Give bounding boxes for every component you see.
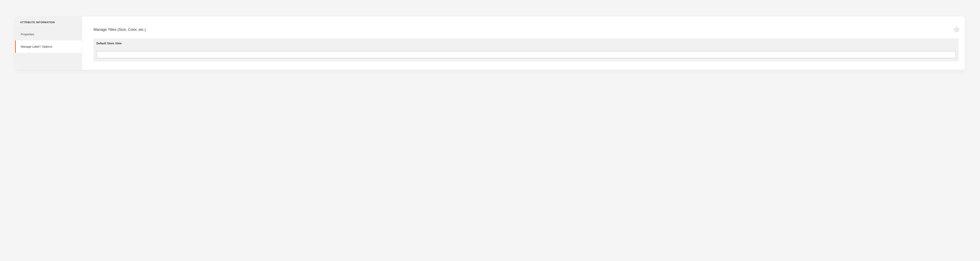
section-title: Manage Titles (Size, Color, etc.) <box>94 27 146 32</box>
sidebar-item-properties[interactable]: Properties <box>15 28 82 40</box>
sidebar: ATTRIBUTE INFORMATION Properties Manage … <box>15 16 82 70</box>
store-view-field-body <box>94 48 959 61</box>
chevron-up-icon <box>956 29 958 30</box>
default-store-view-input[interactable] <box>96 51 956 58</box>
sidebar-title: ATTRIBUTE INFORMATION <box>15 16 82 28</box>
collapse-toggle[interactable] <box>955 28 959 32</box>
section-header: Manage Titles (Size, Color, etc.) <box>94 27 959 32</box>
attribute-card: ATTRIBUTE INFORMATION Properties Manage … <box>15 16 965 70</box>
sidebar-item-manage-label-options[interactable]: Manage Label / Options <box>15 40 82 53</box>
store-view-field-block: Default Store View <box>94 38 959 61</box>
store-view-field-header: Default Store View <box>94 38 959 48</box>
main-content: Manage Titles (Size, Color, etc.) Defaul… <box>82 16 965 64</box>
sidebar-item-label: Properties <box>21 33 34 36</box>
sidebar-item-label: Manage Label / Options <box>21 45 52 48</box>
